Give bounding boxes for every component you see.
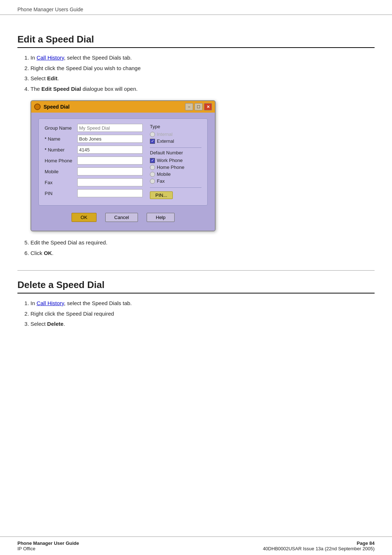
fax-radio-row[interactable]: Fax (150, 178, 201, 184)
mobile-input[interactable] (77, 167, 143, 175)
fax-row: Fax (45, 178, 146, 186)
edit-instructions: In Call History, select the Speed Dials … (17, 54, 375, 93)
restore-button[interactable]: ☐ (195, 103, 203, 110)
delete-step-1: In Call History, select the Speed Dials … (30, 299, 375, 308)
home-phone-radio[interactable] (150, 165, 155, 170)
edit-step-4: The Edit Speed Dial dialogue box will op… (30, 85, 375, 93)
dialog-title: Speed Dial (44, 104, 185, 110)
type-radio-group: Internal ✓ External (150, 131, 201, 144)
cancel-button[interactable]: Cancel (105, 213, 138, 222)
number-row: Number (45, 146, 146, 154)
internal-radio[interactable] (150, 132, 155, 137)
mobile-row: Mobile (45, 167, 146, 175)
page-content: Edit a Speed Dial In Call History, selec… (0, 15, 392, 328)
default-number-radio-group: ✓ Work Phone Home Phone (150, 158, 201, 184)
pin-input[interactable] (77, 189, 143, 197)
edit-step-6: Click OK. (30, 249, 375, 258)
external-radio-row[interactable]: ✓ External (150, 138, 201, 144)
internal-label: Internal (157, 131, 172, 137)
group-name-label: Group Name (45, 125, 77, 131)
type-label: Type (150, 124, 201, 129)
delete-steps-list: In Call History, select the Speed Dials … (30, 299, 375, 328)
edit-steps-list: In Call History, select the Speed Dials … (30, 54, 375, 93)
group-name-input[interactable] (77, 124, 143, 132)
header-text: Phone Manager Users Guide (17, 7, 83, 12)
fax-radio[interactable] (150, 179, 155, 184)
fax-label: Fax (45, 180, 77, 185)
close-button[interactable]: ✕ (204, 103, 212, 110)
call-history-link-2[interactable]: Call History (37, 300, 64, 306)
footer-issue: 40DHB0002USAR Issue 13a (22nd September … (263, 546, 375, 551)
footer-product: Phone Manager User Guide (17, 540, 79, 546)
mobile-label: Mobile (45, 169, 77, 174)
form-right-col: Type Internal ✓ External (146, 124, 201, 199)
delete-step-2: Right click the Speed Dial required (30, 310, 375, 318)
edit-step-1: In Call History, select the Speed Dials … (30, 54, 375, 62)
footer-company: IP Office (17, 546, 79, 551)
form-area: Group Name Name Number (38, 118, 208, 206)
name-row: Name (45, 135, 146, 143)
call-history-link-1[interactable]: Call History (37, 54, 64, 61)
internal-radio-row[interactable]: Internal (150, 131, 201, 137)
home-phone-input[interactable] (77, 157, 143, 165)
mobile-radio-row[interactable]: Mobile (150, 171, 201, 177)
edit-steps-after-list: Edit the Speed Dial as required. Click O… (30, 239, 375, 257)
edit-step-3: Select Edit. (30, 74, 375, 83)
speed-dial-dialog: Speed Dial − ☐ ✕ (30, 100, 216, 231)
edit-step-2: Right click the Speed Dial you wish to c… (30, 64, 375, 73)
dialog-container: Speed Dial − ☐ ✕ (30, 100, 375, 231)
edit-section-title: Edit a Speed Dial (17, 34, 375, 48)
divider-2 (150, 187, 201, 188)
delete-section-title: Delete a Speed Dial (17, 279, 375, 293)
page-header: Phone Manager Users Guide (0, 0, 392, 15)
divider-1 (150, 147, 201, 148)
pin-row: PIN (45, 189, 146, 197)
dialog-body: Group Name Name Number (31, 113, 215, 231)
default-number-label: Default Number (150, 150, 201, 155)
footer-page: Page 84 (263, 540, 375, 546)
help-button[interactable]: Help (147, 213, 175, 222)
form-columns: Group Name Name Number (45, 124, 201, 200)
number-input[interactable] (77, 146, 143, 154)
home-phone-label: Home Phone (45, 158, 77, 163)
name-label: Name (45, 136, 77, 142)
edit-section: Edit a Speed Dial In Call History, selec… (17, 34, 375, 257)
page-footer: Phone Manager User Guide IP Office Page … (0, 536, 392, 555)
work-phone-radio-row[interactable]: ✓ Work Phone (150, 158, 201, 163)
mobile-radio[interactable] (150, 172, 155, 177)
delete-section: Delete a Speed Dial In Call History, sel… (17, 270, 375, 328)
titlebar-buttons: − ☐ ✕ (185, 103, 212, 110)
number-label: Number (45, 147, 77, 153)
work-phone-label: Work Phone (157, 158, 183, 163)
delete-instructions: In Call History, select the Speed Dials … (17, 299, 375, 328)
home-phone-row: Home Phone (45, 157, 146, 165)
dialog-titlebar: Speed Dial − ☐ ✕ (31, 101, 215, 113)
pin-label: PIN (45, 191, 77, 196)
edit-steps-after: Edit the Speed Dial as required. Click O… (17, 239, 375, 257)
form-left-col: Group Name Name Number (45, 124, 146, 200)
footer-left: Phone Manager User Guide IP Office (17, 540, 79, 551)
home-phone-radio-row[interactable]: Home Phone (150, 165, 201, 170)
external-checkbox[interactable]: ✓ (150, 139, 155, 144)
delete-step-3: Select Delete. (30, 320, 375, 328)
ok-button[interactable]: OK (72, 213, 97, 222)
minimize-button[interactable]: − (185, 103, 193, 110)
default-mobile-label: Mobile (157, 171, 171, 177)
dialog-icon (34, 104, 41, 110)
fax-input[interactable] (77, 178, 143, 186)
default-home-phone-label: Home Phone (157, 165, 184, 170)
name-input[interactable] (77, 135, 143, 143)
dialog-footer: OK Cancel Help (38, 210, 208, 227)
work-phone-checkbox[interactable]: ✓ (150, 158, 155, 163)
group-name-row: Group Name (45, 124, 146, 132)
default-fax-label: Fax (157, 178, 165, 184)
pin-button[interactable]: PIN... (150, 191, 173, 199)
external-label: External (157, 138, 174, 144)
edit-step-5: Edit the Speed Dial as required. (30, 239, 375, 247)
footer-right: Page 84 40DHB0002USAR Issue 13a (22nd Se… (263, 540, 375, 551)
